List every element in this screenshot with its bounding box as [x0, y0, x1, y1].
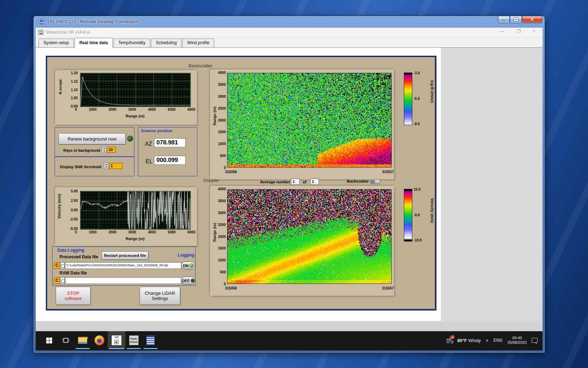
weather-widget[interactable]: 1 80°F Windy	[446, 336, 481, 344]
off-led	[191, 279, 195, 282]
tick-label: -3.0	[414, 71, 420, 75]
task-view-icon	[62, 336, 70, 345]
tab-system-setup[interactable]: System setup	[38, 39, 74, 47]
tick-label: 500	[220, 154, 226, 158]
scan-scheduler-button[interactable]: Scansched	[125, 331, 142, 349]
processed-drive-button[interactable]: C	[54, 262, 60, 269]
tick-label: 10.0	[414, 188, 422, 191]
tab-wind-profile[interactable]: Wind profile	[182, 39, 214, 47]
velocity-x-axis-label: Range (m)	[80, 237, 190, 241]
close-button[interactable]: ✕	[522, 16, 542, 23]
tick-label: 1.20	[71, 71, 78, 75]
tick-label: 3500	[218, 83, 226, 87]
tab-real-time-data[interactable]: Real time data	[75, 38, 113, 48]
rays-value-field[interactable]: 10	[107, 147, 115, 153]
raw-drive-button[interactable]: C	[54, 277, 60, 284]
data-logging-title: Data Logging	[57, 248, 84, 253]
tick-label: 2500	[218, 223, 226, 227]
snr-value-field[interactable]: 1	[109, 163, 122, 169]
backscatter-colorbar	[404, 73, 412, 125]
backscatter-x-start: 315058	[225, 170, 237, 174]
firefox-button[interactable]	[91, 331, 108, 349]
average-number-field[interactable]: 1	[291, 178, 300, 185]
tab-scheduling[interactable]: Scheduling	[151, 39, 181, 47]
language-indicator[interactable]: ENG	[493, 338, 503, 343]
backscatter-toggle[interactable]	[370, 179, 380, 184]
change-lidar-settings-button[interactable]: Change LiDARSettings	[140, 287, 180, 305]
tick-label: 5000	[168, 230, 175, 234]
tick-label: 6000	[188, 230, 195, 234]
snr-threshold-box: Display SNR threshold 1	[55, 157, 134, 176]
temperature-text: 80°F	[457, 338, 467, 343]
tab-bar: System setup Real time data Temp/humidit…	[36, 37, 542, 48]
raw-logging-off-button[interactable]: OFF	[181, 277, 195, 285]
doppler-colorbar	[404, 189, 412, 241]
tab-temp-humidity[interactable]: Temp/humidity	[113, 39, 150, 47]
remote-desktop-icon	[38, 19, 45, 26]
scan-scheduler-icon: Scansched	[129, 335, 139, 345]
document-app-button[interactable]	[142, 331, 159, 349]
tick-label: -0.0	[414, 213, 422, 217]
tick-label: 1000	[89, 108, 97, 111]
remote-session: StreamLine XR v14-6.vi — ❐ ✕ System setu…	[36, 28, 542, 350]
firefox-icon	[94, 335, 104, 345]
processed-logging-on-button[interactable]: ON	[181, 261, 195, 270]
backscatter-x-ticks: 315058 315557	[225, 170, 394, 174]
processed-browse-button[interactable]	[60, 262, 65, 269]
raw-browse-button[interactable]	[60, 277, 65, 284]
tick-label: 2000	[218, 235, 226, 239]
processed-path-field[interactable]: C:\Lidar\Data\Proc\2023\202308\20230825\…	[65, 262, 181, 269]
tick-label: 1500	[218, 246, 226, 250]
app-minimize-button[interactable]: —	[500, 29, 504, 34]
tick-label: 500	[220, 270, 226, 274]
taskbar: XR Scansched 1	[36, 331, 542, 350]
average-total-field[interactable]: 1	[310, 178, 319, 185]
backscatter-x-end: 315557	[382, 170, 394, 174]
tick-label: 1000	[218, 258, 226, 262]
tray-overflow-chevron[interactable]: ∧	[486, 338, 489, 343]
average-number-label: Average number	[260, 180, 290, 184]
start-button[interactable]	[41, 331, 57, 349]
tick-label: 3000	[128, 230, 136, 234]
snr-spinner[interactable]	[104, 163, 108, 169]
tick-label: 0	[75, 108, 77, 111]
rdp-titlebar[interactable]: 192.168.0.122 - Remote Desktop Connectio…	[34, 16, 545, 28]
rdp-window-title: 192.168.0.122 - Remote Desktop Connectio…	[47, 19, 138, 24]
minimize-button[interactable]	[498, 16, 510, 23]
labview-vi-icon	[38, 30, 43, 35]
tick-label: 4000	[218, 187, 226, 191]
restart-processed-file-button[interactable]: Restart processed file	[102, 251, 148, 260]
doppler-x-start: 315058	[225, 286, 237, 290]
doppler-graph: Range (m) 400035003000250020001500100050…	[210, 186, 394, 296]
file-explorer-button[interactable]	[74, 331, 91, 349]
tick-label: 1.05	[71, 96, 78, 100]
streamline-xr-icon: XR	[111, 335, 122, 346]
scanner-position-title: Scanner position	[141, 129, 172, 133]
raw-path-field[interactable]	[65, 277, 181, 284]
tick-label: 1.15	[71, 80, 78, 83]
close-icon: ✕	[530, 17, 534, 22]
background-controls-box: Renew background now Rays in background …	[55, 127, 134, 157]
tick-label: 3500	[218, 199, 226, 203]
app-close-button[interactable]: ✕	[532, 29, 536, 34]
doppler-section-title: Doppler	[203, 178, 219, 183]
stop-software-button[interactable]: STOPsoftware	[56, 287, 91, 305]
action-center-icon[interactable]	[532, 338, 538, 343]
backscatter-y-ticks: 40003500300025002000150010005000	[215, 71, 226, 170]
tick-label: 0	[224, 166, 226, 170]
renew-background-button[interactable]: Renew background now	[58, 133, 126, 144]
clock-widget[interactable]: 09:40 25/08/2023	[507, 336, 527, 345]
app-titlebar[interactable]: StreamLine XR v14-6.vi — ❐ ✕	[36, 28, 542, 37]
maximize-button[interactable]	[510, 16, 522, 23]
task-view-button[interactable]	[57, 331, 74, 349]
streamline-xr-app-button[interactable]: XR	[108, 331, 125, 349]
tick-label: 4000	[148, 108, 156, 111]
app-window-title: StreamLine XR v14-6.vi	[46, 30, 90, 35]
app-restore-button[interactable]: ❐	[516, 29, 520, 34]
tick-label: -2.50	[70, 217, 78, 221]
rays-spinner[interactable]	[102, 146, 106, 153]
scanner-position-box: Scanner position AZ 078.981 EL 000.099	[138, 127, 197, 176]
az-value-field[interactable]: 078.981	[154, 138, 186, 147]
el-value-field[interactable]: 000.099	[154, 156, 186, 165]
backscatter-heatmap	[227, 73, 392, 168]
